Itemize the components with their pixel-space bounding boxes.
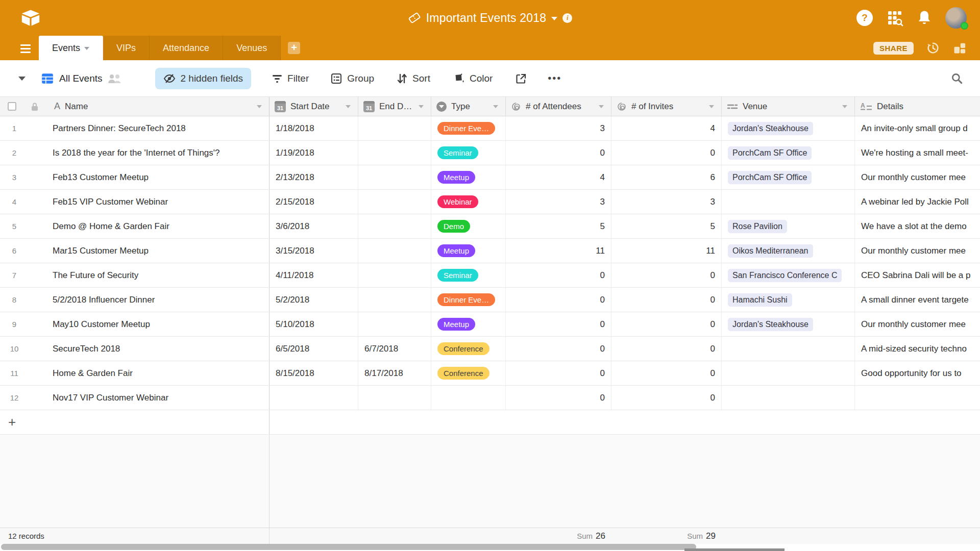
marketplace-search-icon[interactable] bbox=[886, 9, 903, 27]
sum-attendees[interactable]: Sum26 bbox=[577, 531, 605, 541]
share-view-button[interactable] bbox=[515, 72, 527, 85]
cell-invites[interactable]: 6 bbox=[611, 165, 722, 189]
cell-start-date[interactable]: 5/2/2018 bbox=[270, 288, 358, 312]
cell-end-date[interactable] bbox=[358, 165, 431, 189]
cell-invites[interactable]: 0 bbox=[611, 386, 722, 410]
cell-details[interactable]: Good opportunity for us to bbox=[855, 361, 980, 385]
cell-name[interactable]: 4Feb15 VIP Customer Webinar bbox=[0, 190, 270, 214]
group-button[interactable]: Group bbox=[330, 72, 374, 85]
venue-link-pill[interactable]: PorchCam SF Office bbox=[728, 171, 812, 184]
add-table-button[interactable]: + bbox=[288, 42, 300, 54]
info-icon[interactable]: i bbox=[562, 13, 572, 23]
tab-vips[interactable]: VIPs bbox=[103, 36, 150, 60]
notifications-bell-icon[interactable] bbox=[917, 10, 932, 26]
cell-details[interactable]: A mid-sized security techno bbox=[855, 337, 980, 361]
tab-attendance[interactable]: Attendance bbox=[150, 36, 223, 60]
cell-venue[interactable] bbox=[722, 337, 855, 361]
cell-venue[interactable] bbox=[722, 190, 855, 214]
cell-end-date[interactable]: 6/7/2018 bbox=[358, 337, 431, 361]
cell-details[interactable]: We're hosting a small meet- bbox=[855, 141, 980, 165]
cell-type[interactable]: Webinar bbox=[431, 190, 506, 214]
cell-venue[interactable]: San Francisco Conference C bbox=[722, 263, 855, 287]
history-icon[interactable] bbox=[926, 41, 940, 55]
cell-invites[interactable]: 0 bbox=[611, 361, 722, 385]
cell-name[interactable]: 2Is 2018 the year for the 'Internet of T… bbox=[0, 141, 270, 165]
collapse-sidebar-caret-icon[interactable] bbox=[18, 77, 26, 81]
cell-invites[interactable]: 0 bbox=[611, 263, 722, 287]
cell-type[interactable]: Dinner Eve… bbox=[431, 116, 506, 140]
venue-link-pill[interactable]: Rose Pavilion bbox=[728, 220, 787, 233]
cell-details[interactable]: CEO Sabrina Dali will be a p bbox=[855, 263, 980, 287]
cell-start-date[interactable]: 8/15/2018 bbox=[270, 361, 358, 385]
venue-link-pill[interactable]: San Francisco Conference C bbox=[728, 269, 842, 282]
title-caret-icon[interactable] bbox=[551, 17, 557, 20]
column-caret-icon[interactable] bbox=[493, 105, 498, 108]
venue-link-pill[interactable]: Hamachi Sushi bbox=[728, 293, 792, 307]
cell-invites[interactable]: 0 bbox=[611, 288, 722, 312]
tab-caret-icon[interactable] bbox=[84, 47, 89, 50]
view-switcher[interactable]: All Events bbox=[41, 72, 122, 85]
select-all-checkbox[interactable] bbox=[8, 102, 16, 111]
color-button[interactable]: Color bbox=[453, 72, 493, 85]
cell-type[interactable]: Seminar bbox=[431, 141, 506, 165]
cell-venue[interactable]: Jordan's Steakhouse bbox=[722, 116, 855, 140]
cell-name[interactable]: 85/2/2018 Influencer Dinner bbox=[0, 288, 270, 312]
column-caret-icon[interactable] bbox=[599, 105, 604, 108]
cell-details[interactable]: Our monthly customer mee bbox=[855, 239, 980, 263]
cell-details[interactable]: We have a slot at the demo bbox=[855, 214, 980, 238]
cell-start-date[interactable]: 5/10/2018 bbox=[270, 312, 358, 336]
cell-end-date[interactable] bbox=[358, 214, 431, 238]
column-header-name[interactable]: A Name bbox=[0, 97, 270, 116]
cell-attendees[interactable]: 0 bbox=[506, 386, 611, 410]
cell-name[interactable]: 5Demo @ Home & Garden Fair bbox=[0, 214, 270, 238]
cell-attendees[interactable]: 0 bbox=[506, 263, 611, 287]
cell-type[interactable]: Conference bbox=[431, 361, 506, 385]
cell-type[interactable]: Meetup bbox=[431, 312, 506, 336]
help-icon[interactable]: ? bbox=[856, 10, 873, 26]
venue-link-pill[interactable]: Jordan's Steakhouse bbox=[728, 318, 813, 331]
cell-invites[interactable]: 3 bbox=[611, 190, 722, 214]
sidebar-menu-icon[interactable] bbox=[20, 44, 31, 53]
blocks-icon[interactable] bbox=[952, 41, 967, 55]
cell-name[interactable]: 6Mar15 Customer Meetup bbox=[0, 239, 270, 263]
cell-start-date[interactable]: 4/11/2018 bbox=[270, 263, 358, 287]
tab-venues[interactable]: Venues bbox=[223, 36, 281, 60]
cell-end-date[interactable] bbox=[358, 190, 431, 214]
cell-name[interactable]: 7The Future of Security bbox=[0, 263, 270, 287]
hidden-fields-button[interactable]: 2 hidden fields bbox=[155, 68, 251, 89]
cell-end-date[interactable] bbox=[358, 386, 431, 410]
cell-attendees[interactable]: 5 bbox=[506, 214, 611, 238]
cell-details[interactable]: A webinar led by Jackie Poll bbox=[855, 190, 980, 214]
cell-name[interactable]: 11Home & Garden Fair bbox=[0, 361, 270, 385]
sum-invites[interactable]: Sum29 bbox=[687, 531, 716, 541]
cell-end-date[interactable]: 8/17/2018 bbox=[358, 361, 431, 385]
cell-start-date[interactable]: 3/15/2018 bbox=[270, 239, 358, 263]
cell-invites[interactable]: 0 bbox=[611, 141, 722, 165]
filter-button[interactable]: Filter bbox=[272, 73, 309, 84]
add-record-row[interactable]: + bbox=[0, 410, 980, 435]
cell-end-date[interactable] bbox=[358, 239, 431, 263]
cell-venue[interactable]: Jordan's Steakhouse bbox=[722, 312, 855, 336]
cell-type[interactable]: Meetup bbox=[431, 165, 506, 189]
column-header-invites[interactable]: # of Invites bbox=[611, 97, 722, 116]
cell-end-date[interactable] bbox=[358, 288, 431, 312]
cell-invites[interactable]: 5 bbox=[611, 214, 722, 238]
cell-venue[interactable] bbox=[722, 361, 855, 385]
cell-attendees[interactable]: 0 bbox=[506, 141, 611, 165]
cell-type[interactable] bbox=[431, 386, 506, 410]
cell-name[interactable]: 1Partners Dinner: SecureTech 2018 bbox=[0, 116, 270, 140]
column-header-details[interactable]: A Details bbox=[855, 97, 980, 116]
cell-details[interactable]: An invite-only small group d bbox=[855, 116, 980, 140]
column-header-type[interactable]: Type bbox=[431, 97, 506, 116]
cell-details[interactable]: A small dinner event targete bbox=[855, 288, 980, 312]
page-title[interactable]: Important Events 2018 bbox=[426, 11, 547, 25]
column-caret-icon[interactable] bbox=[709, 105, 714, 108]
column-header-venue[interactable]: Venue bbox=[722, 97, 855, 116]
cell-type[interactable]: Conference bbox=[431, 337, 506, 361]
venue-link-pill[interactable]: Jordan's Steakhouse bbox=[728, 122, 813, 135]
sort-button[interactable]: Sort bbox=[397, 73, 430, 84]
cell-venue[interactable]: Hamachi Sushi bbox=[722, 288, 855, 312]
share-button[interactable]: SHARE bbox=[873, 42, 914, 55]
cell-attendees[interactable]: 0 bbox=[506, 337, 611, 361]
cell-type[interactable]: Seminar bbox=[431, 263, 506, 287]
